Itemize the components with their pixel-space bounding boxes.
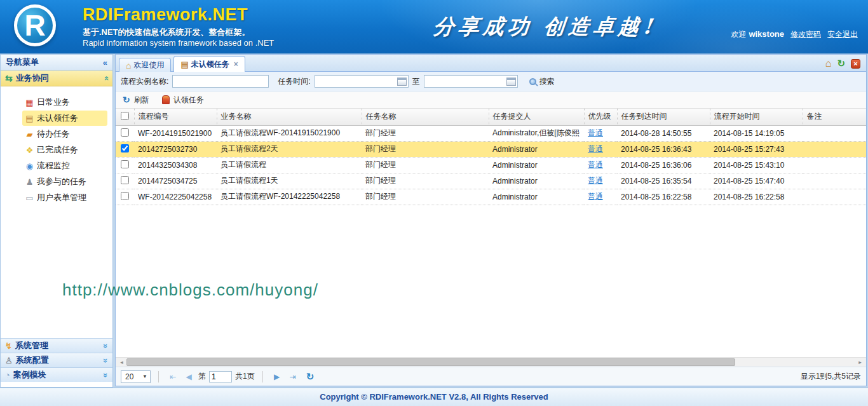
cell-process-id: WF-20142225042258 bbox=[134, 189, 217, 205]
sidebar-item-label: 用户表单管理 bbox=[37, 192, 86, 203]
claim-task-button[interactable]: 认领任务 bbox=[162, 95, 204, 105]
col-process-id[interactable]: 流程编号 bbox=[134, 109, 217, 125]
priority-link[interactable]: 普通 bbox=[588, 144, 603, 153]
sidebar-item-label: 已完成任务 bbox=[37, 144, 78, 156]
search-button[interactable]: 搜索 bbox=[529, 76, 555, 87]
eye-icon: ◉ bbox=[24, 161, 35, 171]
home-icon[interactable]: ⌂ bbox=[825, 58, 832, 69]
scroll-right-icon[interactable]: ▸ bbox=[855, 358, 865, 367]
sidebar-item-my-participated-tasks[interactable]: ♟ 我参与的任务 bbox=[22, 174, 107, 189]
home-icon: ⌂ bbox=[126, 60, 131, 71]
table-row[interactable]: 20144725034725 员工请假流程1天 部门经理 Administrat… bbox=[116, 173, 866, 189]
sidebar-item-label: 我参与的任务 bbox=[37, 176, 86, 187]
logout-link[interactable]: 安全退出 bbox=[827, 29, 858, 40]
layers-icon: ❖ bbox=[24, 145, 35, 155]
task-time-to-input[interactable] bbox=[424, 76, 506, 86]
row-checkbox[interactable] bbox=[121, 176, 129, 184]
calendar-icon[interactable] bbox=[506, 78, 516, 86]
tab-unclaimed-tasks[interactable]: ▤ 未认领任务 × bbox=[173, 56, 245, 72]
refresh-icon[interactable]: ↻ bbox=[837, 58, 845, 69]
col-arrival-time[interactable]: 任务到达时间 bbox=[617, 109, 710, 125]
col-task-name[interactable]: 任务名称 bbox=[362, 109, 489, 125]
prev-page-button[interactable]: ◀ bbox=[182, 372, 195, 381]
col-start-time[interactable]: 流程开始时间 bbox=[710, 109, 803, 125]
table-row-selected[interactable]: 20142725032730 员工请假流程2天 部门经理 Administrat… bbox=[116, 141, 866, 157]
tab-close-icon[interactable]: × bbox=[234, 60, 238, 69]
row-checkbox[interactable] bbox=[121, 160, 129, 168]
col-business-name[interactable]: 业务名称 bbox=[217, 109, 362, 125]
row-checkbox[interactable] bbox=[121, 128, 129, 137]
priority-link[interactable]: 普通 bbox=[588, 176, 603, 185]
last-page-button[interactable]: ⇥ bbox=[287, 372, 299, 381]
next-page-button[interactable]: ▶ bbox=[271, 372, 283, 381]
welcome-label: 欢迎 bbox=[731, 29, 746, 40]
col-remark[interactable]: 备注 bbox=[803, 109, 866, 125]
sidebar-menu: ▦ 日常业务 ▤ 未认领任务 ▰ 待办任务 ❖ 已完成任务 ◉ 流程监控 bbox=[1, 86, 112, 206]
sidebar-section-system-config[interactable]: ♙ 系统配置 » bbox=[1, 353, 112, 367]
pagination-bar: 20 ▼ ⇤ ◀ 第 共1页 ▶ ⇥ ↻ 显示1到5,共5记录 bbox=[116, 367, 866, 386]
table-row[interactable]: 20144325034308 员工请假流程 部门经理 Administrator… bbox=[116, 157, 866, 173]
seal-icon: ♙ bbox=[5, 356, 13, 365]
app-footer: Copyright © RDIFramework.NET V2.8, All R… bbox=[0, 388, 868, 406]
sidebar-footer-strip bbox=[1, 382, 112, 387]
scroll-left-icon[interactable]: ◂ bbox=[117, 358, 126, 367]
sidebar-item-completed-tasks[interactable]: ❖ 已完成任务 bbox=[22, 142, 107, 158]
cell-start-time: 2014-08-25 15:47:40 bbox=[710, 173, 803, 189]
body-row: 导航菜单 « ⇆ 业务协同 » ▦ 日常业务 ▤ 未认领任务 ▰ bbox=[0, 54, 868, 388]
sidebar-collapse-icon[interactable]: « bbox=[103, 58, 107, 67]
task-time-from-input[interactable] bbox=[315, 76, 397, 86]
priority-link[interactable]: 普通 bbox=[588, 160, 603, 169]
cell-submitter: Administrator bbox=[489, 157, 584, 173]
change-password-link[interactable]: 修改密码 bbox=[790, 29, 821, 40]
cell-priority: 普通 bbox=[584, 125, 617, 141]
app: R RDIFramework.NET 基于.NET的快速信息化系统开发、整合框架… bbox=[0, 0, 868, 406]
row-select-cell bbox=[116, 141, 134, 157]
row-checkbox[interactable] bbox=[121, 144, 129, 152]
tab-bar: ⌂ 欢迎使用 ▤ 未认领任务 × ⌂ ↻ × bbox=[116, 55, 866, 72]
cell-task-name: 部门经理 bbox=[362, 125, 489, 141]
horizontal-scrollbar[interactable]: ◂ ▸ bbox=[116, 357, 866, 367]
sidebar-title-bar: 导航菜单 « bbox=[1, 55, 112, 71]
clipboard-icon: ▤ bbox=[180, 60, 188, 69]
table-row[interactable]: WF-20141915021900 员工请假流程WF-2014191502190… bbox=[116, 125, 866, 141]
app-logo: R bbox=[14, 4, 56, 46]
sidebar-item-process-monitor[interactable]: ◉ 流程监控 bbox=[22, 158, 107, 173]
chevron-down-icon: ▼ bbox=[142, 374, 147, 379]
page-size-select[interactable]: 20 ▼ bbox=[121, 370, 151, 383]
username: wikstone bbox=[749, 29, 784, 39]
form-icon: ▭ bbox=[24, 193, 35, 203]
priority-link[interactable]: 普通 bbox=[588, 192, 603, 201]
page-size-value: 20 bbox=[125, 372, 133, 381]
sidebar-section-case-modules[interactable]: ◔ 案例模块 » bbox=[1, 367, 112, 382]
first-page-button[interactable]: ⇤ bbox=[166, 372, 179, 381]
priority-link[interactable]: 普通 bbox=[588, 128, 603, 137]
cell-submitter: Administrator,但被[陈俊熙 bbox=[489, 125, 584, 141]
sidebar-item-todo-tasks[interactable]: ▰ 待办任务 bbox=[22, 126, 107, 142]
cell-priority: 普通 bbox=[584, 173, 617, 189]
cell-process-id: 20144325034308 bbox=[134, 157, 217, 173]
tab-welcome[interactable]: ⌂ 欢迎使用 bbox=[119, 58, 171, 72]
sidebar-section-system-management[interactable]: ↯ 系统管理 » bbox=[1, 338, 112, 353]
task-time-label: 任务时间: bbox=[278, 76, 310, 87]
col-priority[interactable]: 优先级 bbox=[584, 109, 617, 125]
page-number-input[interactable] bbox=[209, 371, 232, 382]
logo-letter: R bbox=[24, 9, 45, 42]
lightning-icon: ↯ bbox=[5, 341, 12, 351]
calendar-icon[interactable] bbox=[397, 78, 407, 86]
table-row[interactable]: WF-20142225042258 员工请假流程WF-2014222504225… bbox=[116, 189, 866, 205]
instance-name-input[interactable] bbox=[172, 75, 269, 88]
scrollbar-thumb[interactable] bbox=[126, 358, 735, 366]
sidebar-item-user-form-management[interactable]: ▭ 用户表单管理 bbox=[22, 190, 107, 205]
sidebar-item-unclaimed-tasks[interactable]: ▤ 未认领任务 bbox=[22, 111, 107, 126]
row-checkbox[interactable] bbox=[121, 192, 129, 200]
close-icon[interactable]: × bbox=[851, 59, 860, 69]
chevron-down-icon: » bbox=[101, 343, 111, 348]
refresh-button[interactable]: ↻ 刷新 bbox=[123, 95, 149, 105]
clock-icon: ◔ bbox=[5, 370, 10, 380]
reload-icon[interactable]: ↻ bbox=[306, 371, 315, 382]
sidebar-section-collaboration[interactable]: ⇆ 业务协同 » bbox=[1, 71, 112, 86]
sidebar-item-daily-business[interactable]: ▦ 日常业务 bbox=[22, 95, 107, 110]
col-submitter[interactable]: 任务提交人 bbox=[489, 109, 584, 125]
select-all-checkbox[interactable] bbox=[121, 112, 129, 120]
cell-priority: 普通 bbox=[584, 141, 617, 157]
